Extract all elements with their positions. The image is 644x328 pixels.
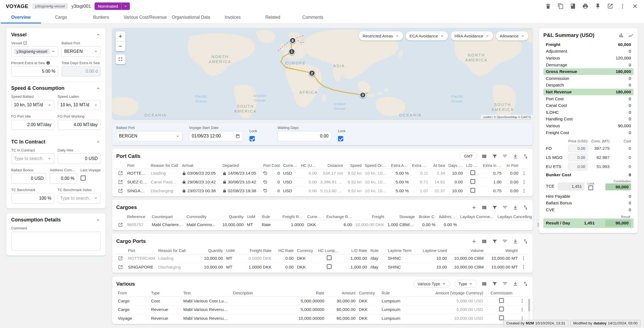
filter-icon[interactable]	[492, 153, 498, 159]
ballast-bonus-input[interactable]: 0 USD	[11, 173, 47, 184]
download-icon[interactable]	[512, 205, 518, 210]
row-checkbox[interactable]	[499, 315, 504, 320]
bunker-price-input[interactable]: 0.00	[568, 145, 588, 153]
zoom-in-button[interactable]: +	[116, 31, 125, 41]
zoom-out-button[interactable]: −	[116, 41, 125, 51]
map-layer-button-hra-avoidance[interactable]: HRA Avoidance	[451, 31, 493, 40]
comment-textarea[interactable]	[11, 232, 101, 251]
row-checkbox[interactable]	[470, 170, 475, 175]
voyage-start-date-input[interactable]: 01/06/23 12:00	[189, 131, 243, 142]
open-record-icon[interactable]	[118, 256, 125, 261]
calendar-icon[interactable]	[235, 134, 240, 139]
columns-icon[interactable]	[481, 238, 487, 244]
row-menu-icon[interactable]	[521, 256, 527, 261]
last-voyage-checkbox[interactable]	[80, 175, 86, 181]
tab-comments[interactable]: Comments	[293, 12, 333, 23]
various-type-filter[interactable]: Various Type	[414, 280, 450, 288]
percent-extra-input[interactable]: 5.00 %	[11, 66, 58, 77]
columns-icon[interactable]	[481, 205, 487, 210]
row-checkbox[interactable]	[499, 307, 504, 311]
speed-ballast-select[interactable]: 10 kn, 10 MT/d	[11, 100, 54, 110]
fo-port-working-input[interactable]: 4.00 MT/day	[58, 120, 101, 130]
swap-vertical-icon[interactable]	[523, 153, 528, 159]
filter-icon[interactable]	[492, 205, 498, 210]
filter-icon[interactable]	[492, 238, 498, 244]
columns-icon[interactable]	[481, 281, 487, 287]
open-record-icon[interactable]	[118, 171, 124, 176]
tab-bunkers[interactable]: Bunkers	[81, 12, 121, 23]
row-menu-icon[interactable]	[522, 171, 527, 176]
route-marker-2[interactable]: 2	[309, 70, 315, 76]
swap-vertical-icon[interactable]	[523, 205, 528, 210]
speed-laden-select[interactable]: 10 kn, 10 MT/d	[58, 100, 101, 110]
scrollbar[interactable]	[528, 299, 530, 322]
route-map[interactable]: NORTH AMERICANORTH AMERICAEUROPEASIAAFRI…	[112, 28, 533, 119]
print-icon[interactable]	[582, 3, 589, 9]
filter-list-icon[interactable]	[502, 238, 508, 244]
tab-related[interactable]: Related	[253, 12, 293, 23]
bunker-price-input[interactable]: 0.00	[568, 154, 588, 162]
row-checkbox[interactable]	[327, 255, 332, 260]
open-record-icon[interactable]	[118, 180, 124, 185]
status-dropdown[interactable]: Nominated	[95, 2, 130, 10]
download-icon[interactable]	[512, 281, 518, 287]
filter-list-icon[interactable]	[502, 205, 508, 210]
row-checkbox[interactable]	[499, 298, 504, 303]
row-checkbox[interactable]	[470, 179, 475, 184]
more-options-icon[interactable]	[619, 3, 626, 9]
open-record-icon[interactable]	[118, 188, 124, 193]
add-icon[interactable]	[471, 205, 477, 210]
type-filter[interactable]: Type	[455, 280, 477, 288]
filter-list-icon[interactable]	[502, 281, 508, 287]
ballast-port-select[interactable]: BERGEN	[116, 131, 183, 142]
columns-icon[interactable]	[481, 153, 487, 159]
row-checkbox[interactable]	[327, 264, 332, 269]
fit-bounds-button[interactable]	[116, 54, 125, 64]
map-layer-button-allowance[interactable]: Allowance	[496, 31, 528, 40]
pin-icon[interactable]	[595, 3, 601, 9]
history-icon[interactable]	[263, 188, 268, 193]
log-book-icon[interactable]	[570, 3, 576, 9]
collapse-icon[interactable]	[96, 218, 101, 223]
close-icon[interactable]	[632, 3, 638, 9]
row-menu-icon[interactable]	[522, 180, 527, 185]
fo-port-idle-input[interactable]: 2.00 MT/day	[11, 120, 54, 130]
tab-overview[interactable]: Overview	[1, 12, 41, 23]
start-date-lock-checkbox[interactable]	[249, 136, 255, 142]
add-icon[interactable]	[471, 238, 477, 244]
waiting-days-input[interactable]: 0.00	[278, 131, 331, 142]
collapse-icon[interactable]	[96, 139, 101, 144]
copy-icon[interactable]	[557, 3, 564, 9]
line-chart-icon[interactable]	[628, 32, 634, 38]
delete-icon[interactable]	[545, 3, 551, 9]
open-record-icon[interactable]	[118, 222, 124, 227]
map-layer-button-eca-avoidance[interactable]: ECA Avoidance	[406, 31, 448, 40]
collapse-icon[interactable]	[96, 32, 101, 37]
open-in-new-icon[interactable]	[607, 3, 613, 9]
history-icon[interactable]	[263, 180, 268, 185]
swap-vertical-icon[interactable]	[523, 238, 528, 244]
address-commission-input[interactable]: 0.00 %	[50, 173, 77, 184]
gmt-toggle-button[interactable]: GMT	[460, 152, 477, 160]
bar-chart-icon[interactable]	[618, 32, 624, 38]
tce-lock-checkbox[interactable]	[588, 185, 593, 190]
tc-benchmark-input[interactable]: 100 %	[11, 193, 54, 204]
daily-hire-input[interactable]: 0 USD	[58, 153, 101, 164]
row-menu-icon[interactable]	[520, 307, 527, 312]
row-menu-icon[interactable]	[522, 188, 527, 193]
row-menu-icon[interactable]	[521, 265, 527, 270]
filter-list-icon[interactable]	[502, 153, 508, 159]
tab-organisational-data[interactable]: Organisational Data	[169, 12, 213, 23]
swap-vertical-icon[interactable]	[523, 281, 528, 287]
row-menu-icon[interactable]	[520, 299, 527, 303]
filter-icon[interactable]	[492, 281, 498, 287]
bunker-price-input[interactable]: 0.00	[568, 163, 588, 171]
route-marker-8[interactable]: 8	[289, 37, 296, 44]
tc-benchmark-index-search[interactable]: Type to search.	[58, 193, 101, 204]
collapse-icon[interactable]	[96, 86, 101, 91]
download-icon[interactable]	[512, 153, 518, 159]
tab-cargo[interactable]: Cargo	[41, 12, 81, 23]
tab-invoices[interactable]: Invoices	[213, 12, 253, 23]
tab-various-cost-revenue[interactable]: Various Cost/Revenue	[121, 12, 169, 23]
row-checkbox[interactable]	[470, 188, 475, 193]
